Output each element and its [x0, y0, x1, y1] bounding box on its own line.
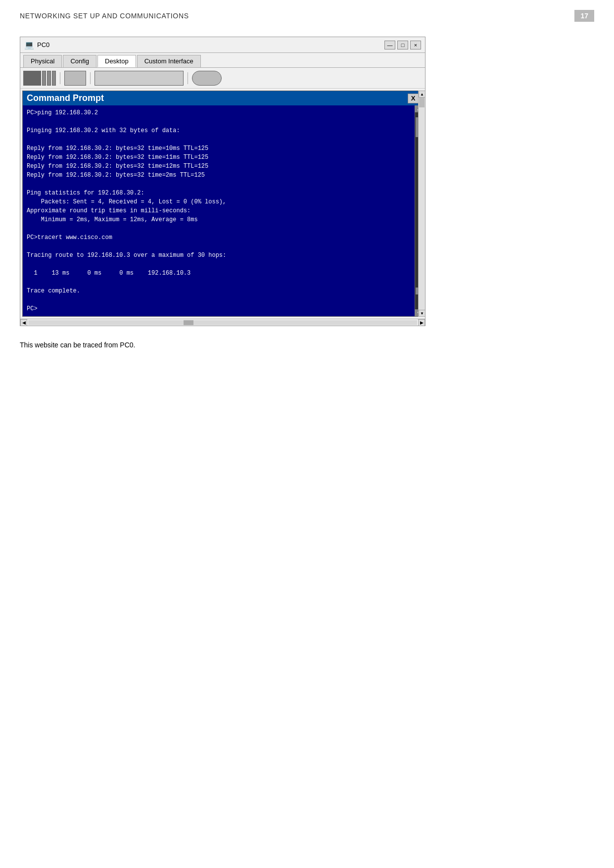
toolbar-icons-mid [64, 71, 86, 86]
toolbar-separator-1 [60, 72, 60, 84]
toolbar-icon-7[interactable] [192, 71, 222, 86]
pc0-window: 💻 PC0 — □ × Physical Config Desktop Cust… [20, 37, 425, 326]
h-scroll-track [28, 320, 417, 325]
toolbar-separator-2 [90, 72, 91, 84]
h-scrollbar[interactable]: ◀ ▶ [20, 319, 425, 326]
page-number: 17 [574, 10, 594, 22]
window-content: Command Prompt X PC>ping 192.168.30.2 Pi… [20, 89, 425, 326]
page-title: NETWORKING SET UP AND COMMUNICATIONS [20, 12, 189, 20]
cmd-body[interactable]: PC>ping 192.168.30.2 Pinging 192.168.30.… [23, 105, 423, 316]
tab-desktop[interactable]: Desktop [97, 55, 136, 67]
cmd-output: PC>ping 192.168.30.2 Pinging 192.168.30.… [27, 108, 414, 313]
toolbar-icon-5[interactable] [64, 71, 86, 86]
h-scroll-thumb[interactable] [184, 320, 193, 325]
window-title: PC0 [37, 41, 49, 48]
pc-icon: 💻 [24, 40, 34, 49]
toolbar-icon-4[interactable] [52, 71, 56, 86]
cmd-title-text: Command Prompt [27, 93, 104, 103]
minimize-button[interactable]: — [384, 41, 395, 49]
toolbar-icon-2[interactable] [42, 71, 46, 86]
command-prompt-window: Command Prompt X PC>ping 192.168.30.2 Pi… [22, 91, 423, 317]
maximize-button[interactable]: □ [397, 41, 408, 49]
toolbar-icons-far-right [192, 71, 222, 86]
toolbar-icons-left [23, 71, 56, 86]
title-bar-controls: — □ × [384, 41, 421, 49]
outer-scroll-down-btn[interactable]: ▼ [419, 310, 425, 317]
tab-config[interactable]: Config [63, 55, 96, 67]
toolbar-icon-3[interactable] [47, 71, 51, 86]
title-bar: 💻 PC0 — □ × [20, 37, 425, 53]
outer-vscrollbar[interactable]: ▲ ▼ [418, 91, 425, 317]
content-scroll-wrapper: Command Prompt X PC>ping 192.168.30.2 Pi… [20, 91, 425, 317]
body-text: This website can be traced from PC0. [20, 341, 594, 349]
toolbar-separator-3 [188, 72, 188, 84]
h-scroll-right-btn[interactable]: ▶ [418, 319, 425, 326]
page-header: NETWORKING SET UP AND COMMUNICATIONS 17 [20, 10, 594, 22]
cmd-close-button[interactable]: X [408, 94, 419, 103]
tab-physical[interactable]: Physical [23, 55, 62, 67]
toolbar [20, 68, 425, 89]
cmd-title-bar: Command Prompt X [23, 91, 423, 105]
outer-scroll-up-btn[interactable]: ▲ [419, 91, 425, 97]
tab-custom-interface[interactable]: Custom Interface [137, 55, 201, 67]
toolbar-icon-6[interactable] [94, 71, 184, 86]
close-button[interactable]: × [410, 41, 421, 49]
title-bar-left: 💻 PC0 [24, 40, 49, 49]
outer-scroll-thumb[interactable] [419, 97, 425, 107]
h-scroll-left-btn[interactable]: ◀ [20, 319, 27, 326]
toolbar-icons-right [94, 71, 184, 86]
tab-bar: Physical Config Desktop Custom Interface [20, 53, 425, 68]
cmd-body-wrapper: PC>ping 192.168.30.2 Pinging 192.168.30.… [23, 105, 423, 316]
toolbar-icon-1[interactable] [23, 71, 41, 86]
outer-scroll-track [419, 97, 425, 310]
